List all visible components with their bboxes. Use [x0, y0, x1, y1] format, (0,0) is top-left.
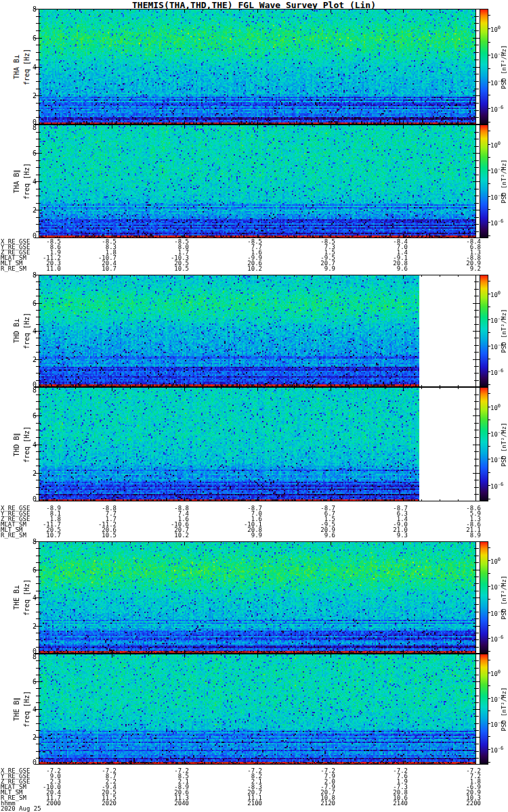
ephemeris-value: 8.9 [443, 533, 481, 538]
freq-tick-label: 2 [26, 470, 37, 476]
ephemeris-value: 10.5 [151, 266, 189, 271]
ephemeris-value: 11.0 [23, 266, 61, 271]
colorbar-tick-base: 10 [490, 369, 498, 376]
colorbar-thd-bperp [480, 275, 491, 387]
panel-label-tha-bperp: THA B⊥ [13, 54, 20, 78]
ephemeris-value: 9.2 [443, 266, 481, 271]
freq-tick-label: 8 [26, 654, 37, 660]
freq-tick-label: 2 [26, 93, 37, 99]
spectrogram-the-bpar [33, 654, 480, 765]
freq-tick-label: 4 [26, 595, 37, 601]
colorbar-tick-base: 10 [490, 141, 498, 148]
freq-tick-label: 6 [26, 679, 37, 685]
freq-tick-label: 2 [26, 356, 37, 362]
colorbar-tick-base: 10 [490, 558, 498, 565]
colorbar-tick-label: 10-6 [490, 219, 503, 226]
colorbar-tick-label: 100 [490, 290, 501, 298]
colorbar-tick-base: 10 [490, 220, 498, 227]
ephemeris-value: 9.3 [370, 533, 408, 538]
panel-label-thd-bperp: THD B⊥ [13, 319, 20, 343]
freq-tick-label: 4 [26, 64, 37, 70]
panel-label-thd-bpar: THD B∥ [13, 432, 20, 456]
colorbar-tick-label: 100 [490, 669, 501, 676]
colorbar-tick-exponent: -6 [498, 367, 503, 373]
psd-axis-label: PSD [nT²/Hz] [501, 687, 507, 731]
ephemeris-value: 2040 [151, 800, 189, 806]
colorbar-tick-label: 100 [490, 25, 501, 32]
colorbar-tick-base: 10 [490, 343, 498, 350]
freq-tick-label: 6 [26, 35, 37, 41]
colorbar-tick-label: 10-6 [490, 105, 503, 112]
colorbar-tick-base: 10 [490, 610, 498, 616]
freq-tick-label: 6 [26, 566, 37, 572]
psd-axis-label: PSD [nT²/Hz] [501, 45, 507, 89]
spectrogram-tha-bpar [33, 125, 480, 238]
colorbar-tick-base: 10 [490, 317, 498, 324]
colorbar-tick-base: 10 [490, 747, 498, 754]
freq-tick-label: 2 [26, 207, 37, 213]
ephemeris-value: 9.9 [297, 266, 335, 271]
spectrogram-thd-bperp [33, 275, 480, 387]
colorbar-tick-exponent: -6 [498, 482, 503, 487]
freq-tick-label: 8 [26, 6, 37, 12]
colorbar-tick-exponent: 0 [498, 669, 501, 674]
colorbar-tha-bperp [480, 9, 491, 125]
freq-tick-label: 4 [26, 441, 37, 447]
colorbar-tick-base: 10 [490, 106, 498, 113]
panel-label-tha-bpar: THA B∥ [13, 169, 20, 193]
freq-tick-label: 4 [26, 328, 37, 334]
freq-tick-label: 8 [26, 125, 37, 131]
psd-axis-label: PSD [nT²/Hz] [501, 159, 507, 203]
ephemeris-value: 2100 [224, 800, 262, 806]
colorbar-tick-exponent: 0 [498, 557, 501, 562]
colorbar-tick-exponent: 0 [498, 403, 501, 408]
colorbar-tick-label: 100 [490, 403, 501, 410]
colorbar-tick-base: 10 [490, 721, 498, 728]
colorbar-tick-exponent: 0 [498, 25, 501, 30]
ephemeris-value: 9.6 [370, 266, 408, 271]
colorbar-tick-exponent: 0 [498, 140, 501, 145]
ephemeris-value: 10.2 [224, 266, 262, 271]
colorbar-tick-base: 10 [490, 670, 498, 677]
colorbar-tick-base: 10 [490, 584, 498, 591]
wave-survey-figure: THEMIS(THA,THD,THE) FGL Wave Survey Plot… [0, 0, 508, 812]
colorbar-tha-bpar [480, 125, 491, 238]
colorbar-tick-base: 10 [490, 635, 498, 642]
ephemeris-value: 2200 [443, 800, 481, 806]
date-label: 2020 Aug 25 [1, 806, 41, 811]
colorbar-tick-exponent: -6 [498, 219, 503, 224]
ephemeris-value: 9.9 [224, 533, 262, 538]
psd-axis-label: PSD [nT²/Hz] [501, 422, 507, 466]
panel-label-the-bpar: THE B∥ [13, 697, 20, 721]
freq-tick-label: 0 [26, 759, 37, 765]
colorbar-tick-exponent: -6 [498, 634, 503, 639]
freq-tick-label: 6 [26, 300, 37, 306]
colorbar-tick-base: 10 [490, 79, 498, 86]
ephemeris-value: 10.7 [79, 266, 117, 271]
panel-label-the-bperp: THE B⊥ [13, 585, 20, 610]
freq-tick-label: 6 [26, 150, 37, 156]
spectrogram-tha-bperp [33, 9, 480, 125]
colorbar-tick-label: 100 [490, 140, 501, 148]
ephemeris-value: 10.5 [79, 533, 117, 538]
psd-axis-label: PSD [nT²/Hz] [501, 309, 507, 353]
spectrogram-the-bperp [33, 541, 480, 654]
ephemeris-value: 2020 [79, 800, 117, 806]
colorbar-tick-exponent: 0 [498, 290, 501, 296]
freq-tick-label: 4 [26, 179, 37, 185]
ephemeris-value: 2120 [297, 800, 335, 806]
colorbar-tick-base: 10 [490, 168, 498, 175]
colorbar-tick-label: 10-6 [490, 482, 503, 489]
freq-tick-label: 8 [26, 387, 37, 393]
colorbar-tick-exponent: -6 [498, 105, 503, 110]
freq-tick-label: 6 [26, 413, 37, 419]
colorbar-tick-base: 10 [490, 26, 498, 33]
freq-tick-label: 8 [26, 272, 37, 278]
spectrogram-thd-bpar [33, 387, 480, 501]
colorbar-tick-base: 10 [490, 483, 498, 490]
colorbar-tick-label: 10-6 [490, 634, 503, 641]
ephemeris-value: 9.6 [297, 533, 335, 538]
colorbar-tick-exponent: -6 [498, 746, 503, 751]
colorbar-tick-base: 10 [490, 194, 498, 200]
colorbar-tick-base: 10 [490, 430, 498, 437]
